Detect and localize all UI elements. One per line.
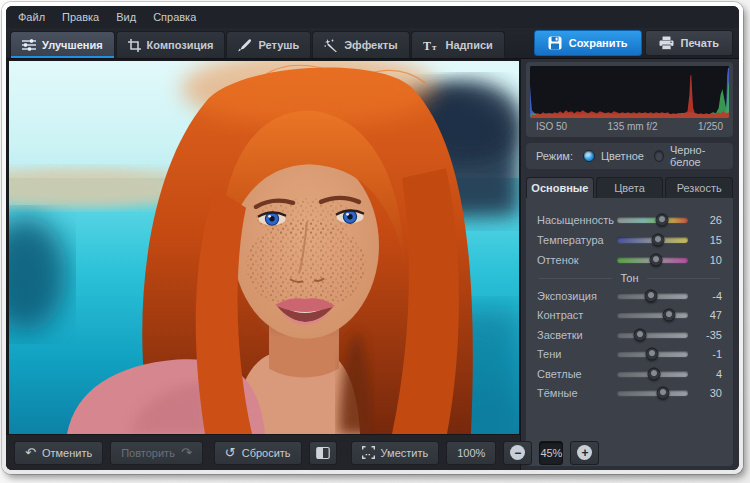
print-label: Печать — [681, 37, 719, 49]
slider-thumb[interactable] — [651, 234, 664, 247]
right-panel: ISO 50 135 mm f/2 1/250 Режим: Цветное Ч… — [520, 59, 739, 470]
portrait-image — [9, 61, 519, 434]
shutter-value: 1/250 — [698, 121, 723, 132]
slider-label: Насыщенность — [537, 214, 609, 226]
tab-composition[interactable]: Композиция — [116, 31, 226, 58]
undo-button[interactable]: ↶ Отменить — [14, 441, 103, 465]
blacks-slider[interactable] — [617, 390, 688, 396]
histogram-graph — [530, 66, 729, 118]
mode-bw-option[interactable]: Черно-белое — [654, 144, 723, 168]
contrast-slider[interactable] — [617, 312, 688, 318]
mode-color-option[interactable]: Цветное — [583, 150, 644, 162]
undo-label: Отменить — [42, 447, 92, 459]
tab-label: Эффекты — [344, 39, 397, 51]
histogram-card: ISO 50 135 mm f/2 1/250 — [526, 62, 733, 137]
tab-effects[interactable]: Эффекты — [312, 31, 409, 58]
slider-thumb[interactable] — [647, 367, 660, 380]
tab-captions[interactable]: Tт Надписи — [411, 31, 505, 58]
mode-bw-label: Черно-белое — [670, 144, 723, 168]
reset-label: Сбросить — [242, 447, 291, 459]
slider-value: -35 — [696, 329, 722, 341]
canvas-area: ↶ Отменить Повторить ↷ ↺ Сбросить — [6, 59, 520, 470]
slider-thumb[interactable] — [663, 309, 676, 322]
zoom-in-button[interactable]: + — [570, 441, 599, 465]
slider-row-contrast: Контраст 47 — [537, 306, 722, 326]
tab-colors[interactable]: Цвета — [596, 177, 664, 198]
photo-preview[interactable] — [9, 61, 519, 434]
before-after-button[interactable] — [309, 441, 337, 465]
tab-retouch[interactable]: Ретушь — [226, 31, 311, 58]
slider-label: Контраст — [537, 309, 609, 321]
fit-button[interactable]: Уместить — [351, 441, 440, 465]
crop-icon — [128, 39, 141, 52]
tab-basic[interactable]: Основные — [526, 177, 594, 198]
shadows-slider[interactable] — [617, 351, 688, 357]
slider-row-tint: Оттенок 10 — [537, 250, 722, 270]
save-label: Сохранить — [569, 37, 628, 49]
printer-icon — [659, 36, 674, 50]
slider-label: Температура — [537, 234, 609, 246]
tab-label: Надписи — [446, 39, 493, 51]
whites-slider[interactable] — [617, 371, 688, 377]
slider-thumb[interactable] — [646, 348, 659, 361]
slider-label: Экспозиция — [537, 290, 609, 302]
mode-label: Режим: — [536, 150, 573, 162]
tab-sharpness[interactable]: Резкость — [665, 177, 733, 198]
slider-value: 30 — [696, 387, 722, 399]
save-button[interactable]: Сохранить — [534, 30, 642, 56]
exposure-slider[interactable] — [617, 293, 688, 299]
menu-edit[interactable]: Правка — [62, 11, 99, 23]
saturation-slider[interactable] — [617, 217, 688, 223]
adjust-tabs: Основные Цвета Резкость — [526, 177, 733, 198]
zoom-100-button[interactable]: 100% — [446, 441, 496, 465]
bottom-toolbar: ↶ Отменить Повторить ↷ ↺ Сбросить — [6, 434, 520, 470]
temperature-slider[interactable] — [617, 237, 688, 243]
tab-label: Композиция — [147, 39, 214, 51]
tone-header-label: Тон — [620, 272, 638, 284]
highlights-slider[interactable] — [617, 332, 688, 338]
photo-editor-window: Файл Правка Вид Справка Улучшения Композ… — [6, 6, 739, 470]
slider-row-saturation: Насыщенность 26 — [537, 210, 722, 230]
histogram-plot — [530, 66, 729, 118]
radio-unselected-icon[interactable] — [654, 150, 664, 162]
tint-slider[interactable] — [617, 257, 688, 263]
menu-help[interactable]: Справка — [153, 11, 196, 23]
print-button[interactable]: Печать — [645, 30, 733, 56]
reset-icon: ↺ — [225, 446, 236, 459]
fit-screen-icon — [362, 446, 375, 459]
app-window-frame: Файл Правка Вид Справка Улучшения Композ… — [2, 2, 743, 474]
desktop-background: Файл Правка Вид Справка Улучшения Композ… — [0, 0, 750, 483]
slider-thumb[interactable] — [645, 289, 658, 302]
radio-selected-icon[interactable] — [583, 150, 595, 162]
slider-value: -1 — [696, 348, 722, 360]
reset-button[interactable]: ↺ Сбросить — [214, 441, 302, 465]
menu-file[interactable]: Файл — [18, 11, 45, 23]
redo-icon: ↷ — [181, 446, 192, 459]
slider-thumb[interactable] — [650, 254, 663, 267]
tone-section-header: Тон — [539, 270, 720, 286]
slider-label: Светлые — [537, 368, 609, 380]
slider-thumb[interactable] — [634, 328, 647, 341]
menu-view[interactable]: Вид — [116, 11, 136, 23]
slider-value: 10 — [696, 254, 722, 266]
redo-label: Повторить — [121, 447, 175, 459]
slider-thumb[interactable] — [657, 387, 670, 400]
slider-label: Тени — [537, 348, 609, 360]
tab-enhancements[interactable]: Улучшения — [10, 31, 115, 58]
mode-color-label: Цветное — [601, 150, 644, 162]
divider-line — [647, 278, 720, 279]
iso-value: ISO 50 — [536, 121, 567, 132]
slider-thumb[interactable] — [655, 214, 668, 227]
slider-label: Оттенок — [537, 254, 609, 266]
zoom-out-button[interactable]: − — [503, 441, 532, 465]
slider-row-whites: Светлые 4 — [537, 364, 722, 384]
slider-value: 4 — [696, 368, 722, 380]
slider-value: 47 — [696, 309, 722, 321]
sliders-icon — [22, 39, 36, 51]
minus-icon: − — [510, 445, 525, 460]
slider-label: Засветки — [537, 329, 609, 341]
redo-button[interactable]: Повторить ↷ — [110, 441, 203, 465]
slider-row-shadows: Тени -1 — [537, 345, 722, 365]
magic-wand-icon — [324, 39, 338, 52]
slider-value: 26 — [696, 214, 722, 226]
